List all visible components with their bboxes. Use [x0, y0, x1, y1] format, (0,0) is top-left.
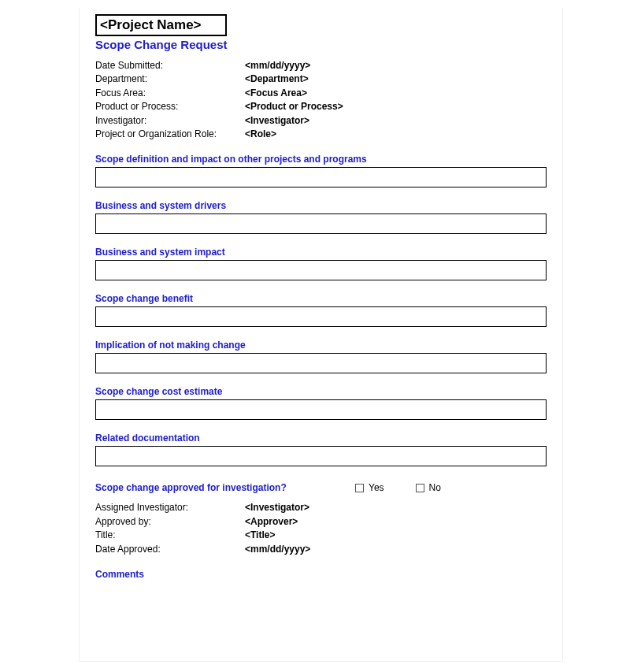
label-department: Department: [95, 72, 245, 86]
input-implication[interactable] [95, 353, 547, 373]
value-product-process: <Product or Process> [245, 100, 343, 113]
row-assigned-investigator: Assigned Investigator: <Investigator> [95, 501, 547, 514]
label-scope-definition: Scope definition and impact on other pro… [95, 154, 547, 165]
checkbox-yes[interactable] [355, 484, 364, 492]
checkbox-no[interactable] [416, 484, 424, 492]
label-assigned-investigator: Assigned Investigator: [95, 501, 245, 514]
label-cost: Scope change cost estimate [95, 386, 547, 397]
page-container: <Project Name> Scope Change Request Date… [0, 0, 630, 672]
checkbox-yes-group: Yes [355, 482, 384, 493]
document-title: Scope Change Request [95, 38, 547, 51]
value-approved-by: <Approver> [245, 515, 298, 529]
label-role: Project or Organization Role: [95, 128, 245, 141]
label-title: Title: [95, 529, 245, 542]
input-docs[interactable] [95, 446, 547, 466]
value-assigned-investigator: <Investigator> [245, 501, 309, 514]
row-focus-area: Focus Area: <Focus Area> [95, 87, 547, 100]
row-title: Title: <Title> [95, 529, 547, 542]
row-product-process: Product or Process: <Product or Process> [95, 100, 547, 113]
info-block: Date Submitted: <mm/dd/yyyy> Department:… [95, 59, 547, 141]
document-sheet: <Project Name> Scope Change Request Date… [79, 8, 563, 662]
label-benefit: Scope change benefit [95, 293, 547, 304]
row-date-submitted: Date Submitted: <mm/dd/yyyy> [95, 59, 547, 72]
label-docs: Related documentation [95, 433, 547, 444]
checkbox-no-group: No [416, 482, 441, 493]
value-role: <Role> [245, 128, 276, 141]
input-impact[interactable] [95, 260, 547, 280]
value-focus-area: <Focus Area> [245, 87, 307, 100]
row-investigator: Investigator: <Investigator> [95, 114, 547, 128]
row-approved-by: Approved by: <Approver> [95, 515, 547, 529]
label-investigator: Investigator: [95, 114, 245, 128]
label-drivers: Business and system drivers [95, 200, 547, 211]
project-name: <Project Name> [100, 17, 202, 32]
label-product-process: Product or Process: [95, 100, 245, 113]
label-no: No [429, 482, 441, 493]
input-cost[interactable] [95, 399, 547, 420]
input-drivers[interactable] [95, 213, 547, 234]
label-date-submitted: Date Submitted: [95, 59, 245, 72]
value-date-approved: <mm/dd/yyyy> [245, 543, 310, 556]
label-comments: Comments [95, 569, 547, 580]
label-approval-question: Scope change approved for investigation? [95, 482, 355, 493]
label-date-approved: Date Approved: [95, 543, 245, 556]
label-focus-area: Focus Area: [95, 87, 245, 100]
value-date-submitted: <mm/dd/yyyy> [245, 59, 310, 72]
label-implication: Implication of not making change [95, 340, 547, 351]
label-approved-by: Approved by: [95, 515, 245, 529]
project-name-box: <Project Name> [95, 14, 227, 36]
row-role: Project or Organization Role: <Role> [95, 128, 547, 141]
approval-row: Scope change approved for investigation?… [95, 482, 547, 493]
value-investigator: <Investigator> [245, 114, 309, 128]
row-date-approved: Date Approved: <mm/dd/yyyy> [95, 543, 547, 556]
row-department: Department: <Department> [95, 72, 547, 86]
approval-details: Assigned Investigator: <Investigator> Ap… [95, 501, 547, 556]
input-scope-definition[interactable] [95, 167, 547, 187]
input-benefit[interactable] [95, 306, 547, 327]
value-department: <Department> [245, 72, 309, 86]
label-impact: Business and system impact [95, 247, 547, 258]
label-yes: Yes [369, 482, 384, 493]
value-title: <Title> [245, 529, 275, 542]
